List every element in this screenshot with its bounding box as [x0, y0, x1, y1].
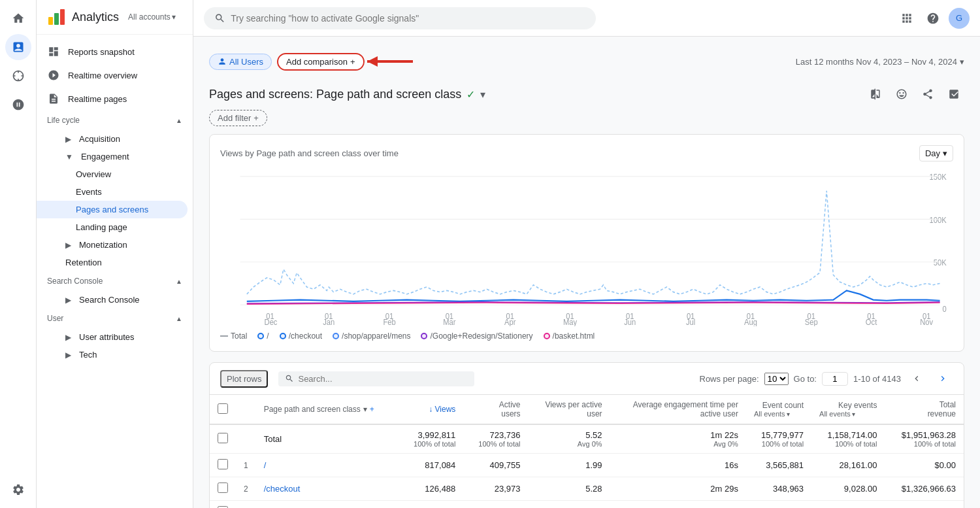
- day-select-label: Day: [925, 148, 940, 158]
- nav-advertising-icon[interactable]: [5, 92, 31, 118]
- all-accounts[interactable]: All accounts ▾: [128, 12, 176, 22]
- row-checkbox[interactable]: [218, 459, 228, 469]
- total-row-key-events: 1,158,714.00 100% of total: [811, 424, 885, 454]
- pagination-prev-button[interactable]: [906, 368, 927, 389]
- section-user[interactable]: User ▲: [37, 309, 193, 328]
- goto-input[interactable]: [822, 372, 848, 386]
- sidebar-item-engagement[interactable]: ▼ Engagement: [37, 148, 188, 165]
- total-row-avg-engagement: 1m 22s Avg 0%: [610, 424, 746, 454]
- table-search-icon: [285, 374, 294, 383]
- row-checkbox[interactable]: [218, 483, 228, 493]
- all-users-chip[interactable]: All Users: [209, 54, 272, 70]
- nav-explore-icon[interactable]: [5, 63, 31, 89]
- add-filter-button[interactable]: Add filter +: [209, 110, 267, 126]
- legend-mens: /shop/apparel/mens: [333, 331, 410, 341]
- compare-view-icon-btn[interactable]: [865, 84, 886, 105]
- user-attributes-label: User attributes: [79, 332, 135, 342]
- analytics-logo: [47, 8, 65, 26]
- sidebar-item-reports-snapshot[interactable]: Reports snapshot: [37, 40, 188, 63]
- sidebar-item-retention[interactable]: Retention: [37, 254, 188, 271]
- row-key-events: 28,161.00: [811, 454, 885, 477]
- legend-root: /: [257, 331, 269, 341]
- total-row-checkbox[interactable]: [218, 433, 228, 443]
- help-icon-btn[interactable]: [923, 8, 943, 29]
- section-lifecycle-label: Life cycle: [47, 116, 80, 125]
- apps-icon-btn[interactable]: [896, 8, 917, 29]
- pagination: Rows per page: 10 25 50 Go to: 1-10 of 4…: [700, 368, 954, 389]
- date-range-text: Last 12 months Nov 4, 2023 – Nov 4, 2024: [796, 57, 957, 67]
- day-select-arrow: ▾: [943, 148, 947, 158]
- row-page-path[interactable]: /: [256, 454, 399, 477]
- main-content: G All Users Add comparison +: [193, 0, 980, 508]
- col-active-users[interactable]: Activeusers: [463, 395, 528, 424]
- row-active-users: 52,182: [463, 501, 528, 509]
- col-total-revenue[interactable]: Totalrevenue: [885, 395, 964, 424]
- col-num: [236, 395, 256, 424]
- events-label: Events: [76, 187, 102, 197]
- title-dropdown-icon[interactable]: ▾: [480, 88, 485, 101]
- table-search-bar[interactable]: [278, 371, 474, 386]
- nav-home-icon[interactable]: [5, 5, 31, 31]
- col-page-path-dropdown-icon[interactable]: ▾: [363, 405, 367, 414]
- nav-reports-icon[interactable]: [5, 34, 31, 60]
- plot-rows-button[interactable]: Plot rows: [220, 370, 268, 388]
- row-avg-engagement: 2m 29s: [610, 477, 746, 501]
- date-range-chevron: ▾: [960, 57, 964, 67]
- sidebar-item-monetization[interactable]: ▶ Monetization: [37, 236, 188, 254]
- user-avatar[interactable]: G: [949, 8, 970, 29]
- legend-checkout-icon: [280, 333, 286, 339]
- tech-label: Tech: [79, 350, 97, 360]
- sidebar-item-realtime-overview[interactable]: Realtime overview: [37, 63, 188, 87]
- svg-text:Oct: Oct: [866, 317, 877, 326]
- add-comparison-button[interactable]: Add comparison +: [277, 53, 365, 71]
- insights-icon-btn[interactable]: [943, 84, 964, 105]
- key-events-dropdown-icon[interactable]: ▾: [852, 411, 855, 418]
- col-avg-engagement[interactable]: Average engagement time peractive user: [610, 395, 746, 424]
- sidebar-item-tech[interactable]: ▶ Tech: [37, 346, 188, 364]
- pagination-next-button[interactable]: [932, 368, 953, 389]
- add-comparison-label: Add comparison: [286, 57, 348, 67]
- section-search-console[interactable]: Search Console ▲: [37, 271, 193, 291]
- topbar: G: [193, 0, 980, 37]
- overview-label: Overview: [76, 169, 111, 179]
- search-input[interactable]: [231, 13, 585, 24]
- col-event-count[interactable]: Event count All events ▾: [746, 395, 811, 424]
- date-range[interactable]: Last 12 months Nov 4, 2023 – Nov 4, 2024…: [796, 57, 964, 67]
- share-icon-btn[interactable]: [917, 84, 938, 105]
- sidebar-item-realtime-pages[interactable]: Realtime pages: [37, 87, 188, 110]
- col-views[interactable]: ↓ Views: [399, 395, 463, 424]
- section-lifecycle[interactable]: Life cycle ▲: [37, 110, 193, 130]
- emoji-icon-btn[interactable]: [891, 84, 912, 105]
- sidebar-item-events[interactable]: Events: [37, 183, 188, 201]
- sidebar-item-landing-page[interactable]: Landing page: [37, 218, 188, 236]
- sidebar-item-user-attributes[interactable]: ▶ User attributes: [37, 328, 188, 346]
- day-select-dropdown[interactable]: Day ▾: [919, 145, 953, 161]
- svg-text:Mar: Mar: [443, 317, 455, 326]
- row-page-path[interactable]: /shop/apparel/mens: [256, 501, 399, 509]
- chart-controls: Day ▾: [919, 145, 953, 161]
- col-key-events[interactable]: Key events All events ▾: [811, 395, 885, 424]
- row-event-count: 348,963: [746, 477, 811, 501]
- search-bar[interactable]: [204, 7, 596, 29]
- row-page-path[interactable]: /checkout: [256, 477, 399, 501]
- title-actions: [865, 84, 964, 105]
- nav-settings-icon[interactable]: [5, 477, 31, 503]
- event-count-dropdown-icon[interactable]: ▾: [787, 411, 790, 418]
- select-all-checkbox[interactable]: [218, 403, 228, 414]
- rows-per-page-select[interactable]: 10 25 50: [764, 373, 789, 385]
- col-key-events-sub[interactable]: All events ▾: [819, 410, 877, 418]
- sidebar-item-acquisition[interactable]: ▶ Acquisition: [37, 130, 188, 148]
- row-key-events: 43.00: [811, 501, 885, 509]
- sidebar-item-pages-screens[interactable]: Pages and screens: [37, 201, 188, 218]
- add-comparison-plus-icon: +: [350, 57, 355, 67]
- svg-rect-0: [48, 17, 53, 25]
- table-search-input[interactable]: [298, 374, 408, 384]
- col-page-path[interactable]: Page path and screen class ▾ +: [256, 395, 399, 424]
- col-views-per-active[interactable]: Views per activeuser: [529, 395, 610, 424]
- table-row: 3 /shop/apparel/mens 120,608 52,182 2.31…: [210, 501, 964, 509]
- col-event-count-sub[interactable]: All events ▾: [754, 410, 804, 418]
- sidebar-item-overview[interactable]: Overview: [37, 165, 188, 183]
- col-page-path-add-icon[interactable]: +: [370, 405, 374, 414]
- row-avg-engagement: 1m 06s: [610, 501, 746, 509]
- sidebar-item-search-console[interactable]: ▶ Search Console: [37, 291, 188, 309]
